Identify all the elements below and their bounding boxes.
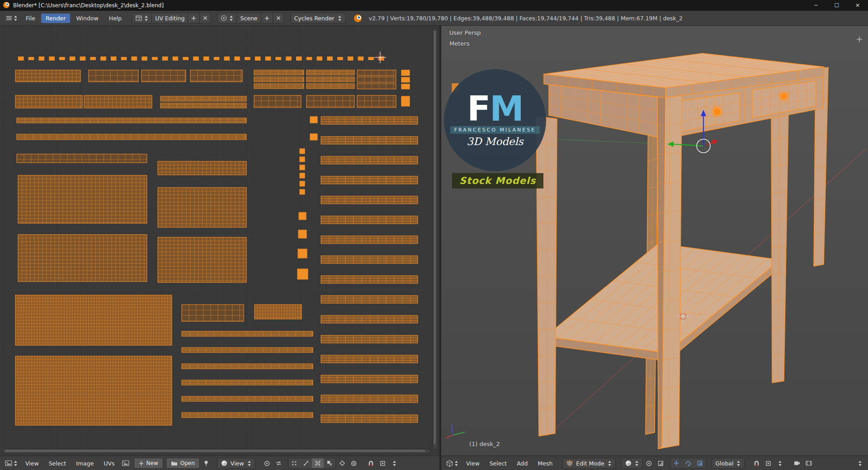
uv-island[interactable] — [357, 95, 396, 108]
menu-render[interactable]: Render — [41, 14, 71, 23]
uv-island[interactable] — [190, 70, 242, 82]
screen-layout-icon[interactable] — [132, 13, 151, 23]
uv-island[interactable] — [321, 355, 418, 363]
uv-island[interactable] — [298, 249, 307, 258]
uv-island-dashes[interactable] — [18, 56, 384, 61]
delete-layout-button[interactable] — [199, 13, 211, 23]
uv-island[interactable] — [182, 380, 313, 385]
uv-menu-uvs[interactable]: UVs — [99, 459, 119, 468]
uv-island[interactable] — [17, 134, 246, 140]
render-engine-dropdown[interactable]: Cycles Render — [290, 13, 346, 24]
uv-island[interactable] — [401, 70, 410, 75]
desk-right-leg[interactable] — [771, 110, 788, 383]
uv-island[interactable] — [300, 165, 305, 170]
uv-island[interactable] — [182, 348, 313, 352]
desk-left-leg[interactable] — [536, 116, 557, 436]
uv-island[interactable] — [300, 173, 305, 178]
image-browse-icon[interactable] — [120, 458, 131, 469]
uv-island[interactable] — [142, 70, 186, 82]
uv-island[interactable] — [321, 375, 418, 383]
add-region-icon[interactable] — [857, 37, 862, 42]
add-layout-button[interactable] — [188, 13, 199, 23]
uv-island[interactable] — [307, 70, 354, 75]
close-button[interactable]: ✕ — [847, 0, 868, 11]
delete-scene-button[interactable] — [273, 13, 284, 23]
uv-island[interactable] — [321, 276, 418, 283]
uv-snap-options-icon[interactable] — [389, 458, 400, 469]
uv-island[interactable] — [298, 230, 307, 238]
uv-island[interactable] — [182, 396, 313, 401]
uv-island[interactable] — [254, 84, 304, 89]
menu-window[interactable]: Window — [71, 14, 103, 23]
viewport-editor-type-selector[interactable] — [444, 458, 461, 469]
uv-island[interactable] — [300, 149, 305, 154]
uv-island[interactable] — [158, 161, 246, 175]
manipulator-rotate-icon[interactable] — [682, 458, 694, 468]
viewport-menu-select[interactable]: Select — [485, 459, 512, 468]
snap-element-icon[interactable] — [763, 458, 774, 469]
uv-island[interactable] — [321, 335, 418, 343]
select-island-icon[interactable] — [324, 458, 335, 468]
uv-island[interactable] — [307, 84, 354, 89]
drawer-knob[interactable] — [778, 91, 789, 102]
uv-island[interactable] — [299, 212, 306, 220]
uv-island[interactable] — [84, 95, 152, 108]
render-opengl-anim-icon[interactable] — [803, 458, 814, 469]
uv-island[interactable] — [89, 70, 138, 82]
uv-island[interactable] — [321, 156, 418, 164]
uv-island[interactable] — [310, 134, 317, 140]
uv-island[interactable] — [307, 95, 354, 108]
uv-island-layout[interactable] — [0, 26, 439, 456]
uv-island[interactable] — [300, 189, 305, 194]
maximize-button[interactable]: ☐ — [826, 0, 847, 11]
uv-island[interactable] — [321, 136, 418, 144]
uv-island[interactable] — [15, 295, 172, 345]
snap-magnet-icon[interactable] — [366, 458, 377, 469]
uv-island[interactable] — [297, 269, 308, 279]
info-editor-selector[interactable] — [4, 13, 20, 24]
uv-island[interactable] — [300, 181, 305, 186]
uv-island[interactable] — [18, 235, 147, 282]
viewport-canvas[interactable]: User Persp Meters (1) desk_2 FM FRANCESC… — [441, 26, 868, 456]
uv-island[interactable] — [182, 305, 244, 321]
header-collapse-icon[interactable] — [854, 458, 865, 469]
uv-island[interactable] — [321, 196, 418, 204]
minimize-button[interactable]: ─ — [806, 0, 826, 11]
snap-element-icon[interactable] — [377, 458, 388, 469]
uv-island[interactable] — [401, 77, 410, 82]
uv-island[interactable] — [254, 77, 304, 82]
uv-island[interactable] — [310, 117, 317, 123]
uv-island[interactable] — [17, 154, 147, 163]
uv-island[interactable] — [357, 70, 396, 75]
render-opengl-icon[interactable] — [792, 458, 802, 469]
scene-icon[interactable] — [217, 13, 236, 23]
mode-dropdown[interactable]: Edit Mode — [562, 458, 615, 469]
uv-island[interactable] — [255, 305, 302, 319]
uv-island[interactable] — [357, 77, 396, 82]
uv-island[interactable] — [160, 103, 246, 108]
select-face-icon[interactable] — [312, 458, 324, 468]
uv-island[interactable] — [321, 216, 418, 224]
uv-island[interactable] — [357, 84, 396, 89]
open-image-button[interactable]: Open — [166, 458, 200, 469]
uv-vertical-scrollbar[interactable] — [433, 28, 438, 450]
uv-island[interactable] — [15, 70, 80, 82]
uv-island[interactable] — [182, 331, 313, 336]
viewport-menu-add[interactable]: Add — [512, 459, 532, 468]
screen-layout-name[interactable]: UV Editing — [151, 13, 188, 23]
uv-island[interactable] — [321, 256, 418, 263]
viewport-menu-mesh[interactable]: Mesh — [533, 459, 557, 468]
uv-island[interactable] — [401, 84, 410, 89]
snap-magnet-icon[interactable] — [751, 458, 762, 469]
drawer-knob[interactable] — [711, 106, 723, 118]
manipulator-translate-icon[interactable] — [670, 458, 682, 468]
uv-island[interactable] — [254, 70, 304, 75]
uv-menu-view[interactable]: View — [21, 459, 43, 468]
scene-name[interactable]: Scene — [236, 13, 260, 23]
menu-file[interactable]: File — [21, 14, 40, 23]
uv-menu-image[interactable]: Image — [71, 459, 98, 468]
select-edge-icon[interactable] — [300, 458, 312, 468]
uv-island[interactable] — [321, 415, 418, 423]
uv-island[interactable] — [321, 176, 418, 184]
uv-island[interactable] — [17, 118, 246, 123]
